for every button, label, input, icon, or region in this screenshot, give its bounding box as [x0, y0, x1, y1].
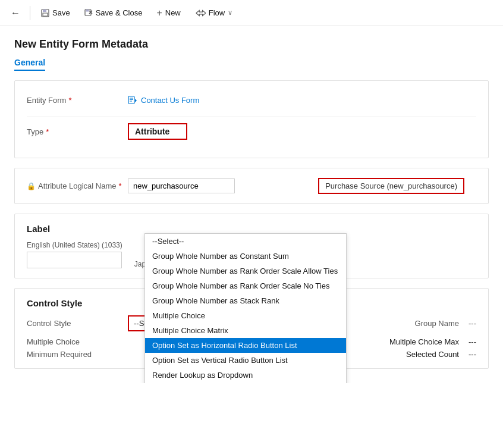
svg-rect-4 — [86, 10, 89, 12]
attr-required: * — [119, 181, 122, 190]
type-value: Attribute — [128, 123, 476, 140]
separator-1 — [30, 6, 30, 20]
lock-icon: 🔒 — [27, 182, 36, 190]
entity-form-section: Entity Form * Contact Us Form — [14, 80, 489, 158]
entity-form-value: Contact Us Form — [128, 96, 476, 105]
dropdown-item-6[interactable]: Multiple Choice Matrix — [145, 323, 346, 338]
entity-form-link[interactable]: Contact Us Form — [128, 96, 476, 105]
selected-count-value: --- — [469, 350, 476, 359]
flow-label: Flow — [209, 8, 225, 17]
multiple-choice-max-label: Multiple Choice Max — [389, 337, 459, 346]
english-label-col: English (United States) (1033) — [27, 241, 122, 268]
new-button[interactable]: + New — [150, 5, 186, 21]
save-button[interactable]: Save — [35, 5, 76, 20]
svg-rect-1 — [43, 10, 46, 12]
entity-form-required: * — [68, 96, 71, 105]
type-field-box[interactable]: Attribute — [128, 123, 187, 140]
flow-button[interactable]: Flow ∨ — [189, 5, 238, 20]
control-style-label: Control Style — [27, 319, 128, 328]
english-sublabel: English (United States) (1033) — [27, 241, 122, 249]
attribute-logical-input[interactable] — [128, 178, 235, 193]
entity-form-icon — [128, 96, 137, 104]
page-content: New Entity Form Metadata General Entity … — [0, 26, 503, 383]
flow-icon — [195, 9, 206, 17]
flow-chevron: ∨ — [228, 9, 232, 17]
type-row: Type * Attribute — [27, 122, 476, 141]
svg-rect-2 — [43, 13, 48, 16]
entity-form-row: Entity Form * Contact Us Form — [27, 90, 476, 109]
dropdown-item-1[interactable]: Group Whole Number as Constant Sum — [145, 249, 346, 264]
entity-form-label: Entity Form * — [27, 96, 128, 105]
dropdown-item-10[interactable]: Single Line of Text as Geolocation Looku… — [145, 383, 346, 383]
dropdown-item-5[interactable]: Multiple Choice — [145, 308, 346, 323]
save-icon — [41, 9, 49, 17]
dropdown-item-4[interactable]: Group Whole Number as Stack Rank — [145, 293, 346, 308]
back-icon: ← — [11, 8, 20, 18]
selected-count-label: Selected Count — [406, 350, 459, 359]
multiple-choice-label: Multiple Choice — [27, 337, 128, 346]
save-close-button[interactable]: Save & Close — [78, 5, 149, 20]
dropdown-item-0[interactable]: --Select-- — [145, 234, 346, 249]
label-section-title: Label — [27, 224, 476, 234]
control-style-right: Group Name --- — [324, 319, 476, 328]
save-close-label: Save & Close — [96, 8, 143, 17]
group-name-value: --- — [469, 319, 476, 328]
save-label: Save — [52, 8, 70, 17]
english-input[interactable] — [27, 252, 122, 268]
label-section: Label English (United States) (1033) Jap… — [14, 214, 489, 278]
page-title: New Entity Form Metadata — [14, 38, 489, 51]
purchase-source-box: Purchase Source (new_purchasource) — [318, 178, 464, 194]
attribute-logical-row: 🔒 Attribute Logical Name * Purchase Sour… — [27, 178, 476, 194]
group-name-label: Group Name — [415, 319, 459, 328]
minimum-required-label: Minimum Required — [27, 350, 128, 359]
bottom-right: Multiple Choice Max --- — [324, 337, 476, 346]
dropdown-item-3[interactable]: Group Whole Number as Rank Order Scale N… — [145, 278, 346, 293]
multiple-choice-max-value: --- — [469, 337, 476, 346]
type-required: * — [46, 127, 49, 136]
attribute-logical-label: 🔒 Attribute Logical Name * — [27, 181, 128, 190]
svg-marker-11 — [135, 99, 137, 102]
dropdown-item-9[interactable]: Render Lookup as Dropdown — [145, 368, 346, 383]
attribute-logical-section: 🔒 Attribute Logical Name * Purchase Sour… — [14, 168, 489, 204]
back-button[interactable]: ← — [6, 4, 25, 23]
entity-form-link-text: Contact Us Form — [141, 96, 199, 105]
bottom-right-2: Selected Count --- — [324, 350, 476, 359]
type-label: Type * — [27, 127, 128, 136]
save-close-icon — [84, 9, 93, 17]
dropdown-item-2[interactable]: Group Whole Number as Rank Order Scale A… — [145, 264, 346, 278]
general-section-header: General — [14, 58, 45, 71]
toolbar: ← Save Save & Close + New Flow ∨ — [0, 0, 503, 26]
dropdown-item-7[interactable]: Option Set as Horizontal Radio Button Li… — [145, 338, 346, 353]
dropdown-overlay: --Select-- Group Whole Number as Constan… — [144, 233, 347, 383]
attribute-logical-input-wrapper — [128, 178, 235, 193]
dropdown-item-8[interactable]: Option Set as Vertical Radio Button List — [145, 353, 346, 368]
new-icon: + — [156, 8, 162, 18]
attribute-logical-right: Purchase Source (new_purchasource) — [235, 178, 476, 194]
new-label: New — [165, 8, 181, 17]
divider-1 — [27, 117, 476, 117]
